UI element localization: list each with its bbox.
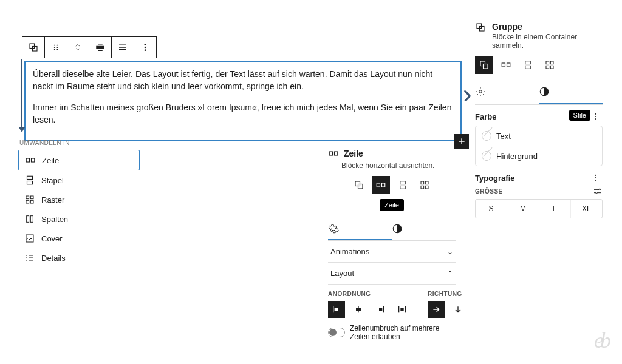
- svg-point-64: [595, 113, 596, 115]
- svg-point-69: [595, 180, 596, 181]
- justify-center[interactable]: [350, 301, 367, 318]
- cover-icon: [24, 233, 35, 244]
- dots-vertical-icon: [140, 42, 150, 52]
- svg-rect-19: [27, 176, 33, 179]
- svg-rect-12: [119, 47, 126, 48]
- justify-left[interactable]: [328, 301, 345, 318]
- move-button[interactable]: [67, 37, 89, 58]
- color-text[interactable]: Text: [476, 126, 602, 146]
- transform-item-label: Stapel: [41, 176, 64, 185]
- svg-rect-56: [525, 61, 530, 64]
- selected-group-block[interactable]: Überall dieselbe alte Leier. Das Layout …: [24, 61, 462, 141]
- color-options[interactable]: [589, 111, 603, 122]
- color-bg-label: Hintergrund: [496, 152, 538, 161]
- drag-icon: [52, 43, 60, 52]
- panel-animations[interactable]: Animations ⌄: [328, 241, 456, 263]
- zeile-variants: [328, 176, 456, 194]
- settings-sidebar: Gruppe Blöcke in einem Container sammeln…: [475, 22, 603, 218]
- transform-item-zeile[interactable]: Zeile: [18, 150, 140, 170]
- svg-rect-55: [507, 63, 510, 67]
- transform-item-cover[interactable]: Cover: [18, 229, 140, 248]
- inspector-title: Zeile: [344, 149, 363, 158]
- variant-group[interactable]: [475, 56, 493, 74]
- transform-menu: Umwandeln in Zeile Stapel Raster Spalten…: [18, 140, 140, 268]
- svg-rect-29: [335, 152, 338, 155]
- size-m[interactable]: M: [507, 200, 539, 218]
- svg-rect-28: [329, 152, 332, 155]
- svg-point-15: [145, 47, 146, 49]
- stack-icon: [24, 175, 35, 186]
- block-toolbar: [22, 36, 157, 58]
- row-icon: [501, 61, 511, 69]
- gear-icon: [328, 223, 339, 234]
- variant-grid[interactable]: [415, 176, 434, 194]
- svg-rect-32: [377, 183, 380, 187]
- arrow-down-icon: [453, 305, 463, 314]
- variant-row[interactable]: [372, 176, 390, 194]
- svg-rect-61: [550, 66, 553, 69]
- svg-rect-9: [98, 44, 103, 45]
- variant-row[interactable]: [497, 56, 515, 74]
- variant-stack[interactable]: [394, 176, 412, 194]
- svg-rect-49: [400, 308, 403, 311]
- transform-item-details[interactable]: Details: [18, 248, 140, 268]
- svg-point-62: [479, 90, 482, 93]
- svg-rect-22: [30, 196, 33, 199]
- transform-item-label: Cover: [41, 234, 63, 243]
- typography-options[interactable]: [589, 172, 603, 183]
- svg-point-68: [595, 177, 596, 178]
- more-options-button[interactable]: [134, 37, 156, 58]
- size-l[interactable]: L: [539, 200, 571, 218]
- empty-swatch-icon: [482, 131, 491, 141]
- row-icon: [375, 181, 386, 189]
- transform-item-stapel[interactable]: Stapel: [18, 170, 140, 190]
- svg-point-70: [599, 189, 601, 190]
- direction-horizontal[interactable]: [428, 301, 445, 318]
- svg-rect-54: [502, 63, 505, 67]
- justify-right[interactable]: [372, 301, 389, 318]
- variant-group[interactable]: [350, 176, 368, 194]
- paragraph-1[interactable]: Überall dieselbe alte Leier. Das Layout …: [33, 68, 453, 93]
- chevron-down-icon: ⌄: [447, 248, 453, 256]
- svg-rect-24: [30, 200, 33, 203]
- tab-styles[interactable]: [392, 218, 456, 240]
- svg-rect-34: [400, 181, 405, 184]
- wrap-toggle[interactable]: [328, 328, 345, 337]
- panel-label: Layout: [330, 269, 354, 278]
- tab-settings[interactable]: [328, 218, 392, 240]
- transform-item-spalten[interactable]: Spalten: [18, 209, 140, 229]
- svg-point-3: [56, 45, 58, 46]
- block-type-button[interactable]: [22, 37, 44, 58]
- drag-handle-button[interactable]: [45, 37, 67, 58]
- tab-styles[interactable]: [539, 80, 603, 104]
- svg-rect-59: [550, 61, 553, 64]
- justify-space-between[interactable]: [394, 301, 411, 318]
- group-icon: [479, 59, 490, 70]
- richtung-label: Richtung: [428, 291, 466, 297]
- variant-grid[interactable]: [541, 56, 559, 74]
- panel-layout[interactable]: Layout ⌃: [328, 263, 456, 285]
- svg-rect-46: [379, 308, 382, 311]
- align-button[interactable]: [89, 37, 111, 58]
- size-xl[interactable]: XL: [571, 200, 602, 218]
- direction-vertical[interactable]: [449, 301, 466, 318]
- paragraph-2[interactable]: Immer im Schatten meines großen Bruders …: [33, 101, 453, 126]
- svg-point-7: [56, 49, 58, 50]
- variant-stack[interactable]: [519, 56, 537, 74]
- color-text-label: Text: [496, 132, 511, 141]
- svg-rect-38: [421, 186, 424, 189]
- tab-settings[interactable]: [475, 80, 539, 104]
- arrow-right-icon: [431, 305, 441, 314]
- svg-rect-44: [356, 308, 361, 311]
- color-background[interactable]: Hintergrund: [476, 146, 602, 166]
- typography-heading: Typografie: [475, 174, 515, 183]
- size-s[interactable]: S: [476, 200, 507, 218]
- justify-button[interactable]: [112, 37, 134, 58]
- styles-tooltip: Stile: [569, 110, 590, 121]
- transform-item-raster[interactable]: Raster: [18, 190, 140, 209]
- transform-item-label: Spalten: [41, 215, 68, 224]
- size-custom[interactable]: [593, 187, 603, 195]
- block-appender-button[interactable]: [454, 134, 469, 149]
- contrast-icon: [392, 223, 403, 234]
- svg-rect-18: [32, 158, 35, 162]
